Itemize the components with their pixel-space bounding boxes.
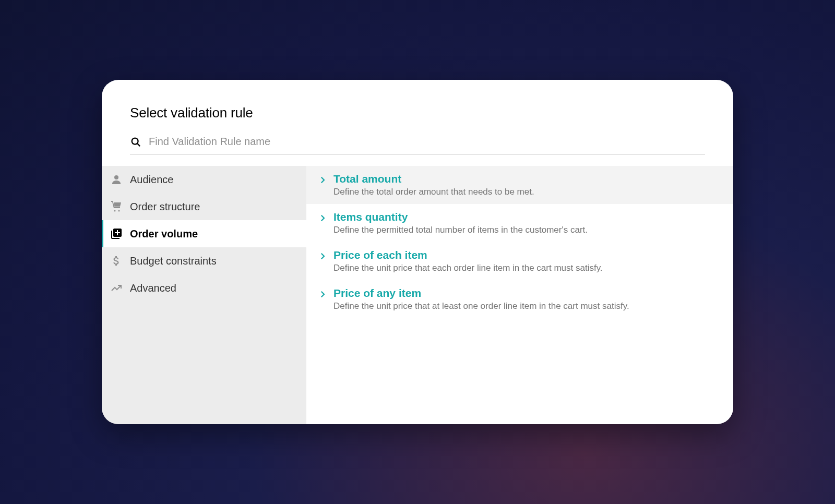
sidebar-item-budget-constraints[interactable]: Budget constraints [102, 247, 306, 274]
rule-text: Total amount Define the total order amou… [333, 173, 722, 197]
library-add-icon [110, 227, 123, 240]
sidebar-item-label: Order volume [130, 228, 198, 240]
rule-description: Define the unit price that each order li… [333, 263, 722, 273]
rule-description: Define the unit price that at least one … [333, 301, 722, 311]
modal-title: Select validation rule [130, 105, 705, 121]
rule-text: Price of each item Define the unit price… [333, 249, 722, 273]
chevron-right-icon [318, 175, 327, 185]
rule-description: Define the total order amount that needs… [333, 187, 722, 197]
content-area: Audience Order structure Order volume Bu… [102, 166, 733, 424]
chevron-right-icon [318, 251, 327, 261]
svg-point-3 [114, 210, 116, 212]
validation-rule-modal: Select validation rule Audience Order st… [102, 80, 733, 424]
sidebar-item-audience[interactable]: Audience [102, 166, 306, 193]
rule-description: Define the permitted total number of ite… [333, 225, 722, 235]
chevron-right-icon [318, 290, 327, 299]
rules-list: Total amount Define the total order amou… [306, 166, 733, 424]
sidebar-item-label: Audience [130, 174, 173, 186]
search-row [130, 134, 705, 154]
sidebar-item-label: Order structure [130, 201, 200, 213]
rule-price-of-any-item[interactable]: Price of any item Define the unit price … [306, 280, 733, 318]
search-input[interactable] [149, 134, 705, 150]
sidebar-item-order-structure[interactable]: Order structure [102, 193, 306, 220]
sidebar-item-label: Budget constraints [130, 255, 217, 267]
sidebar-item-order-volume[interactable]: Order volume [102, 220, 306, 247]
svg-line-1 [137, 143, 140, 146]
rule-title: Price of any item [333, 287, 722, 299]
rule-text: Price of any item Define the unit price … [333, 287, 722, 311]
trending-icon [110, 282, 123, 294]
rule-price-of-each-item[interactable]: Price of each item Define the unit price… [306, 242, 733, 280]
rule-text: Items quantity Define the permitted tota… [333, 211, 722, 235]
chevron-right-icon [318, 213, 327, 223]
cart-icon [110, 200, 123, 213]
person-icon [110, 173, 123, 186]
svg-point-4 [118, 210, 120, 212]
search-icon [130, 136, 141, 148]
rule-title: Total amount [333, 173, 722, 185]
svg-point-2 [114, 175, 118, 179]
category-sidebar: Audience Order structure Order volume Bu… [102, 166, 306, 424]
rule-items-quantity[interactable]: Items quantity Define the permitted tota… [306, 204, 733, 242]
dollar-icon [110, 255, 123, 267]
svg-point-0 [132, 138, 138, 144]
rule-title: Price of each item [333, 249, 722, 261]
sidebar-item-label: Advanced [130, 282, 176, 294]
rule-total-amount[interactable]: Total amount Define the total order amou… [306, 166, 733, 204]
rule-title: Items quantity [333, 211, 722, 223]
sidebar-item-advanced[interactable]: Advanced [102, 274, 306, 302]
